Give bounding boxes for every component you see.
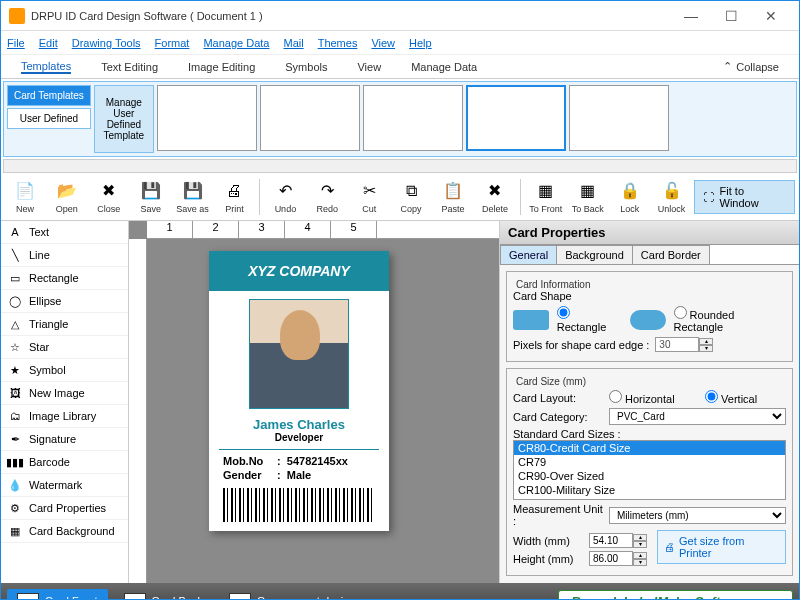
width-input[interactable]: ▴▾	[589, 533, 647, 548]
list-item[interactable]: CR80-Credit Card Size	[514, 441, 785, 455]
tab-view[interactable]: View	[357, 61, 381, 73]
pixels-edge-input[interactable]: ▴▾	[655, 337, 713, 352]
unit-select[interactable]: Milimeters (mm)	[609, 507, 786, 524]
menu-manage-data[interactable]: Manage Data	[203, 37, 269, 49]
menu-view[interactable]: View	[371, 37, 395, 49]
radio-rounded[interactable]: Rounded Rectangle	[674, 306, 786, 333]
to-front-button[interactable]: ▦To Front	[526, 180, 566, 214]
copy-icon: ⧉	[400, 180, 422, 202]
list-item[interactable]: CR90-Over Sized	[514, 469, 785, 483]
tool-symbol[interactable]: ★Symbol	[1, 359, 128, 382]
tool-rectangle[interactable]: ▭Rectangle	[1, 267, 128, 290]
radio-rectangle[interactable]: Rectangle	[557, 306, 622, 333]
manage-template-button[interactable]: Manage User Defined Template	[94, 85, 154, 153]
tool-watermark[interactable]: 💧Watermark	[1, 474, 128, 497]
tool-image-library[interactable]: 🗂Image Library	[1, 405, 128, 428]
menu-format[interactable]: Format	[155, 37, 190, 49]
tool-star[interactable]: ☆Star	[1, 336, 128, 359]
close-file-button[interactable]: ✖Close	[89, 180, 129, 214]
chevron-up-icon: ⌃	[723, 60, 732, 73]
tab-general[interactable]: General	[500, 245, 557, 264]
spin-down-icon[interactable]: ▾	[699, 345, 713, 352]
collapse-button[interactable]: ⌃Collapse	[723, 60, 779, 73]
save-button[interactable]: 💾Save	[131, 180, 171, 214]
menu-mail[interactable]: Mail	[283, 37, 303, 49]
card-name: James Charles	[209, 417, 389, 432]
card-back-button[interactable]: Card Back	[114, 589, 213, 600]
close-file-icon: ✖	[98, 180, 120, 202]
list-item[interactable]: CR79	[514, 455, 785, 469]
star-icon: ☆	[7, 339, 23, 355]
tab-card-border[interactable]: Card Border	[632, 245, 710, 264]
tool-card-properties[interactable]: ⚙Card Properties	[1, 497, 128, 520]
ribbon-scrollbar[interactable]	[3, 159, 797, 173]
card-information-group: Card Information Card Shape Rectangle Ro…	[506, 271, 793, 362]
fit-to-window-button[interactable]: ⛶Fit to Window	[694, 180, 795, 214]
template-thumb[interactable]	[363, 85, 463, 151]
tab-text-editing[interactable]: Text Editing	[101, 61, 158, 73]
tool-line[interactable]: ╲Line	[1, 244, 128, 267]
maximize-button[interactable]: ☐	[711, 8, 751, 24]
main-toolbar: 📄New 📂Open ✖Close 💾Save 💾Save as 🖨Print …	[1, 173, 799, 221]
card-templates-button[interactable]: Card Templates	[7, 85, 91, 106]
card-front-button[interactable]: Card Front	[7, 589, 108, 600]
cut-button[interactable]: ✂Cut	[349, 180, 389, 214]
unlock-button[interactable]: 🔓Unlock	[652, 180, 692, 214]
card-role: Developer	[209, 432, 389, 443]
category-select[interactable]: PVC_Card	[609, 408, 786, 425]
template-thumb[interactable]	[260, 85, 360, 151]
print-button[interactable]: 🖨Print	[215, 180, 255, 214]
to-back-button[interactable]: ▦To Back	[568, 180, 608, 214]
properties-panel: Card Properties General Background Card …	[499, 221, 799, 583]
radio-vertical[interactable]: Vertical	[705, 390, 795, 405]
undo-button[interactable]: ↶Undo	[265, 180, 305, 214]
tool-signature[interactable]: ✒Signature	[1, 428, 128, 451]
list-item[interactable]: CR100-Military Size	[514, 483, 785, 497]
tool-card-background[interactable]: ▦Card Background	[1, 520, 128, 543]
back-icon: ▦	[577, 180, 599, 202]
tool-new-image[interactable]: 🖼New Image	[1, 382, 128, 405]
copy-button[interactable]: ⧉Copy	[391, 180, 431, 214]
tool-barcode[interactable]: ▮▮▮Barcode	[1, 451, 128, 474]
user-defined-button[interactable]: User Defined	[7, 108, 91, 129]
tab-image-editing[interactable]: Image Editing	[188, 61, 255, 73]
tool-triangle[interactable]: △Triangle	[1, 313, 128, 336]
tab-templates[interactable]: Templates	[21, 60, 71, 74]
app-icon	[9, 8, 25, 24]
id-card-preview[interactable]: XYZ COMPANY James Charles Developer Mob.…	[209, 251, 389, 531]
card-back-icon	[124, 593, 146, 600]
delete-button[interactable]: ✖Delete	[475, 180, 515, 214]
radio-horizontal[interactable]: Horizontal	[609, 390, 699, 405]
template-thumb[interactable]	[466, 85, 566, 151]
standard-sizes-list[interactable]: CR80-Credit Card Size CR79 CR90-Over Siz…	[513, 440, 786, 500]
spin-up-icon[interactable]: ▴	[699, 338, 713, 345]
menu-edit[interactable]: Edit	[39, 37, 58, 49]
get-size-button[interactable]: 🖨Get size from Printer	[657, 530, 786, 564]
tab-symbols[interactable]: Symbols	[285, 61, 327, 73]
tab-background[interactable]: Background	[556, 245, 633, 264]
open-icon: 📂	[56, 180, 78, 202]
menu-file[interactable]: File	[7, 37, 25, 49]
minimize-button[interactable]: —	[671, 8, 711, 24]
tool-text[interactable]: AText	[1, 221, 128, 244]
save-as-button[interactable]: 💾Save as	[173, 180, 213, 214]
menu-themes[interactable]: Themes	[318, 37, 358, 49]
new-button[interactable]: 📄New	[5, 180, 45, 214]
paste-icon: 📋	[442, 180, 464, 202]
fit-icon: ⛶	[703, 191, 714, 203]
canvas[interactable]: 12345 XYZ COMPANY James Charles Develope…	[129, 221, 499, 583]
lock-button[interactable]: 🔒Lock	[610, 180, 650, 214]
menu-drawing-tools[interactable]: Drawing Tools	[72, 37, 141, 49]
open-button[interactable]: 📂Open	[47, 180, 87, 214]
template-thumb[interactable]	[157, 85, 257, 151]
close-button[interactable]: ✕	[751, 8, 791, 24]
redo-button[interactable]: ↷Redo	[307, 180, 347, 214]
copy-design-button[interactable]: Copy current design	[219, 589, 365, 600]
paste-button[interactable]: 📋Paste	[433, 180, 473, 214]
template-thumb[interactable]	[569, 85, 669, 151]
tab-manage-data[interactable]: Manage Data	[411, 61, 477, 73]
menu-help[interactable]: Help	[409, 37, 432, 49]
tool-ellipse[interactable]: ◯Ellipse	[1, 290, 128, 313]
new-icon: 📄	[14, 180, 36, 202]
height-input[interactable]: ▴▾	[589, 551, 647, 566]
